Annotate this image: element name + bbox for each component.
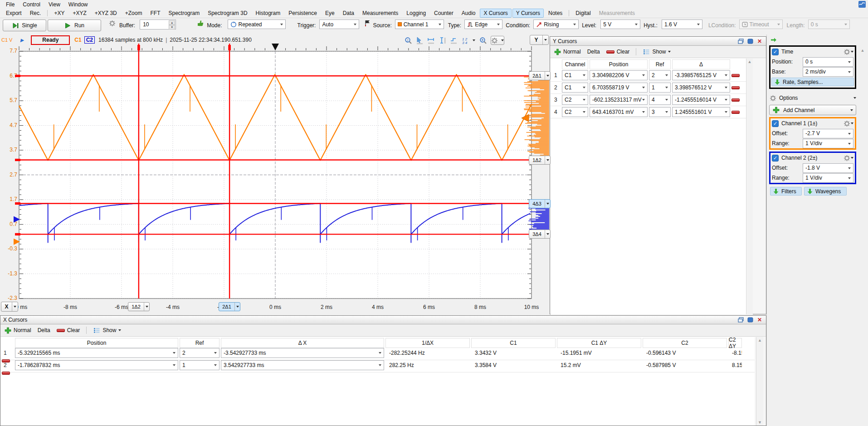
vertical-measure-icon[interactable]	[439, 37, 446, 44]
y-row2-position-select[interactable]: 6.703558719 V	[590, 83, 648, 93]
trigger-select[interactable]: Auto	[319, 20, 359, 29]
lcondition-select[interactable]: Timeout	[739, 20, 783, 29]
y-row4-channel-select[interactable]: C2	[562, 107, 588, 117]
x-cursor-flag-1Δ2[interactable]: 1Δ2	[128, 302, 150, 311]
c2-tag[interactable]: C2	[84, 36, 95, 44]
tab-y-cursors[interactable]: Y Cursors	[512, 9, 544, 18]
y-row1-position-select[interactable]: 3.304982206 V	[590, 70, 648, 80]
tab-notes[interactable]: Notes	[545, 9, 566, 18]
tab--zoom[interactable]: +Zoom	[122, 9, 146, 18]
x-row2-position-select[interactable]: -1.786287832 ms	[15, 360, 178, 370]
cursor-numbers-icon[interactable]: 1 23 4	[461, 37, 468, 44]
y-add-delta-button[interactable]: Delta	[587, 49, 600, 55]
menu-window[interactable]: Window	[64, 1, 92, 8]
axis-channel-tag[interactable]: C1 V	[1, 37, 12, 43]
remove-cursor-button[interactable]	[731, 111, 740, 114]
tab-export[interactable]: Export	[2, 9, 25, 18]
time-position-select[interactable]: 0 s	[803, 57, 853, 67]
single-button[interactable]: Single	[3, 20, 46, 31]
y-row2-channel-select[interactable]: C1	[562, 83, 588, 93]
y-row1-channel-select[interactable]: C1	[562, 70, 588, 80]
y-axis-button[interactable]: Y	[530, 35, 549, 45]
condition-select[interactable]: Rising	[533, 20, 579, 29]
y-cursor-flag-1Δ2[interactable]: 1Δ2	[529, 156, 551, 165]
tab--xyz[interactable]: +XYZ	[69, 9, 90, 18]
buffer-gear-icon[interactable]	[108, 20, 116, 27]
tab-measurements[interactable]: Measurements	[359, 9, 402, 18]
channel1-checkbox[interactable]: ✓	[772, 120, 779, 127]
rate-samples-button[interactable]: Rate, Samples...	[771, 78, 854, 86]
channel1-offset-select[interactable]: -2.7 V	[803, 129, 853, 138]
x-row1-dx-select[interactable]: -3.542927733 ms	[221, 348, 384, 358]
type-select[interactable]: Edge	[464, 20, 502, 29]
tab-eye[interactable]: Eye	[322, 9, 338, 18]
length-select[interactable]: 0 s	[808, 20, 850, 29]
add-channel-button[interactable]: Add Channel	[769, 105, 856, 115]
run-button[interactable]: Run	[48, 20, 101, 31]
y-row3-delta-select[interactable]: -1.2455516014 V	[672, 95, 730, 105]
x-add-delta-button[interactable]: Delta	[38, 327, 50, 333]
hyst-select[interactable]: 1.6 V	[662, 20, 702, 29]
tab-persistence[interactable]: Persistence	[285, 9, 321, 18]
x-show-button[interactable]: Show	[93, 327, 121, 334]
menu-control[interactable]: Control	[19, 1, 44, 8]
buffer-spinner[interactable]: 10 ▲▼	[140, 20, 176, 29]
channel1-range-select[interactable]: 1 V/div	[803, 139, 853, 148]
options-row[interactable]: Options	[769, 93, 856, 103]
y-cursor-flag-2Δ1[interactable]: 2Δ1	[529, 71, 551, 80]
y-row4-position-select[interactable]: 643.4163701 mV	[590, 107, 648, 117]
tab-data[interactable]: Data	[339, 9, 358, 18]
y-row3-position-select[interactable]: -602.135231317 mV	[590, 95, 648, 105]
tab-x-cursors[interactable]: X Cursors	[480, 9, 511, 18]
restore-icon[interactable]	[737, 317, 744, 323]
x-cursors-titlebar[interactable]: X Cursors ✕	[0, 316, 766, 324]
restore-icon[interactable]	[737, 38, 744, 44]
x-row2-ref-select[interactable]: 1	[180, 360, 219, 370]
mode-select[interactable]: Repeated	[228, 20, 286, 29]
filters-button[interactable]: Filters	[770, 187, 802, 196]
zoom-fit-icon[interactable]: 1	[405, 37, 412, 44]
x-cursor-flag-2Δ1[interactable]: 2Δ1	[219, 302, 240, 311]
y-row1-ref-select[interactable]: 2	[649, 70, 671, 80]
x-clear-button[interactable]: Clear	[57, 327, 80, 333]
buffer-down-icon[interactable]: ▼	[169, 25, 175, 29]
menu-view[interactable]: View	[44, 1, 64, 8]
y-cursors-titlebar[interactable]: Y Cursors ✕	[550, 37, 766, 46]
y-cursors-scrollbar[interactable]: ▲	[746, 59, 753, 314]
y-cursor-flag-3Δ4[interactable]: 3Δ4	[529, 230, 551, 239]
remove-cursor-button[interactable]	[2, 372, 10, 375]
y-add-normal-button[interactable]: Normal	[554, 48, 581, 55]
channel2-range-select[interactable]: 1 V/div	[803, 173, 853, 183]
y-row3-ref-select[interactable]: 4	[649, 95, 671, 105]
y-row4-ref-select[interactable]: 3	[649, 107, 671, 117]
tab-counter[interactable]: Counter	[430, 9, 457, 18]
close-icon[interactable]: ✕	[756, 317, 763, 323]
y-row3-channel-select[interactable]: C2	[562, 95, 588, 105]
y-row1-delta-select[interactable]: -3.3985765125 V	[672, 70, 730, 80]
x-cursors-scrollbar[interactable]: ▲ ▼	[756, 337, 763, 426]
x-row2-dx-select[interactable]: 3.542927733 ms	[221, 360, 384, 370]
wavegens-button[interactable]: Wavegens	[804, 187, 847, 196]
time-base-select[interactable]: 2 ms/div	[803, 67, 853, 77]
tab-rec-[interactable]: Rec.	[26, 9, 45, 18]
channel2-settings-button[interactable]	[843, 154, 853, 162]
cursor-dropdown-icon[interactable]	[473, 39, 475, 41]
time-settings-button[interactable]	[843, 48, 853, 55]
collapse-sidebar-icon[interactable]	[770, 36, 777, 44]
tab-audio[interactable]: Audio	[458, 9, 479, 18]
menu-file[interactable]: File	[2, 1, 19, 8]
x-axis-button[interactable]: X	[1, 302, 18, 312]
x-add-normal-button[interactable]: Normal	[4, 327, 31, 334]
x-row1-position-select[interactable]: -5.329215565 ms	[15, 348, 178, 358]
y-show-button[interactable]: Show	[643, 48, 671, 55]
y-clear-button[interactable]: Clear	[606, 49, 630, 55]
expand-arrow-icon[interactable]: ►	[19, 37, 26, 44]
y-row2-ref-select[interactable]: 1	[649, 83, 671, 93]
level-select[interactable]: 5 V	[600, 20, 640, 29]
remove-cursor-button[interactable]	[731, 86, 740, 89]
tab-measurements[interactable]: Measurements	[595, 9, 639, 18]
time-checkbox[interactable]: ✓	[772, 49, 779, 55]
tab-spectrogram[interactable]: Spectrogram	[165, 9, 203, 18]
channel2-offset-select[interactable]: -1.8 V	[803, 163, 853, 173]
tab-digital[interactable]: Digital	[572, 9, 594, 18]
